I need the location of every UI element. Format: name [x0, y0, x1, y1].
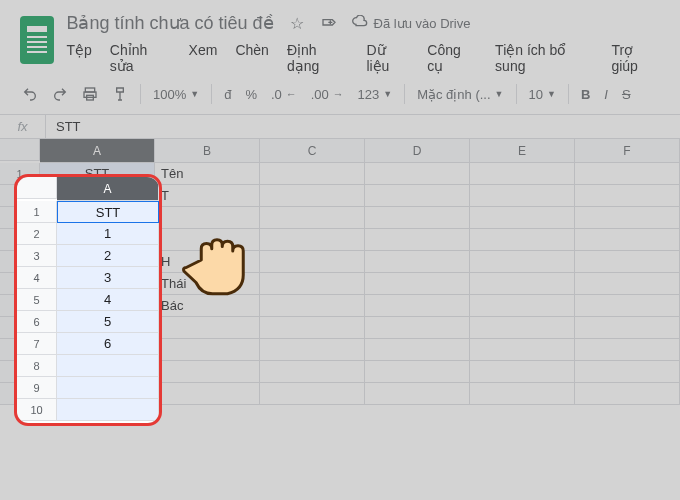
menu-format[interactable]: Định dạng: [287, 42, 349, 74]
row-header[interactable]: 5: [17, 289, 57, 311]
row-header[interactable]: 10: [17, 399, 57, 421]
bold-button[interactable]: B: [579, 85, 592, 104]
cell[interactable]: [365, 229, 470, 251]
cell[interactable]: [575, 185, 680, 207]
cell[interactable]: [260, 383, 365, 405]
cell[interactable]: [365, 163, 470, 185]
cell[interactable]: [57, 355, 159, 377]
cell[interactable]: [260, 361, 365, 383]
menu-addons[interactable]: Tiện ích bổ sung: [495, 42, 593, 74]
cell[interactable]: 2: [57, 245, 159, 267]
cell[interactable]: [155, 383, 260, 405]
row-header[interactable]: 9: [17, 377, 57, 399]
col-header-F[interactable]: F: [575, 139, 680, 163]
doc-title[interactable]: Bảng tính chưa có tiêu đề: [66, 12, 273, 34]
font-select[interactable]: Mặc định (...▼: [415, 85, 505, 104]
cell[interactable]: H: [155, 251, 260, 273]
menu-insert[interactable]: Chèn: [235, 42, 268, 74]
row-header[interactable]: 7: [17, 333, 57, 355]
cell[interactable]: [470, 361, 575, 383]
cell[interactable]: [470, 383, 575, 405]
font-size-select[interactable]: 10▼: [527, 85, 558, 104]
cell[interactable]: [470, 273, 575, 295]
row-header[interactable]: 2: [17, 223, 57, 245]
row-header[interactable]: 3: [17, 245, 57, 267]
cell[interactable]: [155, 207, 260, 229]
formula-input[interactable]: STT: [46, 115, 91, 138]
cell[interactable]: T: [155, 185, 260, 207]
cell[interactable]: [365, 317, 470, 339]
cell[interactable]: [260, 339, 365, 361]
cell[interactable]: [365, 361, 470, 383]
col-header-B[interactable]: B: [155, 139, 260, 163]
cell[interactable]: [260, 185, 365, 207]
move-icon[interactable]: [320, 14, 338, 32]
row-header[interactable]: 4: [17, 267, 57, 289]
cell[interactable]: 1: [57, 223, 159, 245]
cell[interactable]: [470, 251, 575, 273]
col-header-E[interactable]: E: [470, 139, 575, 163]
menu-tools[interactable]: Công cụ: [427, 42, 477, 74]
col-header-A[interactable]: A: [57, 177, 159, 201]
cell[interactable]: Thái: [155, 273, 260, 295]
cell[interactable]: [470, 185, 575, 207]
star-icon[interactable]: ☆: [288, 14, 306, 32]
cell[interactable]: [575, 229, 680, 251]
cell[interactable]: [365, 383, 470, 405]
paint-format-button[interactable]: [110, 84, 130, 104]
col-header-C[interactable]: C: [260, 139, 365, 163]
cell[interactable]: [575, 273, 680, 295]
cell[interactable]: [470, 207, 575, 229]
italic-button[interactable]: I: [602, 85, 610, 104]
cell[interactable]: [155, 229, 260, 251]
menu-edit[interactable]: Chỉnh sửa: [110, 42, 171, 74]
cell[interactable]: [575, 339, 680, 361]
cell[interactable]: Bác: [155, 295, 260, 317]
cell[interactable]: [365, 185, 470, 207]
redo-button[interactable]: [50, 84, 70, 104]
strike-button[interactable]: S: [620, 85, 633, 104]
cell[interactable]: [155, 361, 260, 383]
menu-view[interactable]: Xem: [189, 42, 218, 74]
number-format-select[interactable]: 123▼: [356, 85, 395, 104]
select-all-corner[interactable]: [0, 139, 40, 161]
cell[interactable]: [260, 295, 365, 317]
cell[interactable]: 6: [57, 333, 159, 355]
percent-button[interactable]: %: [243, 85, 259, 104]
cell[interactable]: [365, 273, 470, 295]
menu-file[interactable]: Tệp: [66, 42, 91, 74]
cell[interactable]: [260, 229, 365, 251]
menu-help[interactable]: Trợ giúp: [611, 42, 660, 74]
cell[interactable]: [575, 163, 680, 185]
menu-data[interactable]: Dữ liệu: [366, 42, 409, 74]
print-button[interactable]: [80, 84, 100, 104]
cell[interactable]: STT: [57, 201, 159, 223]
cell[interactable]: [57, 377, 159, 399]
cell[interactable]: [470, 229, 575, 251]
cell[interactable]: [470, 295, 575, 317]
undo-button[interactable]: [20, 84, 40, 104]
col-header-D[interactable]: D: [365, 139, 470, 163]
cell[interactable]: [260, 207, 365, 229]
col-header-A[interactable]: A: [40, 139, 155, 163]
cell[interactable]: 3: [57, 267, 159, 289]
cell[interactable]: [155, 339, 260, 361]
cell[interactable]: [470, 317, 575, 339]
cell[interactable]: [575, 317, 680, 339]
cell[interactable]: [365, 251, 470, 273]
row-header[interactable]: 6: [17, 311, 57, 333]
cell[interactable]: [470, 339, 575, 361]
cell[interactable]: [575, 361, 680, 383]
decrease-decimal-button[interactable]: .0←: [269, 85, 299, 104]
cell[interactable]: [365, 339, 470, 361]
cell[interactable]: [57, 399, 159, 421]
cell[interactable]: 4: [57, 289, 159, 311]
increase-decimal-button[interactable]: .00→: [309, 85, 346, 104]
cell[interactable]: [365, 295, 470, 317]
cell[interactable]: [260, 163, 365, 185]
cell[interactable]: [470, 163, 575, 185]
cell[interactable]: Tên: [155, 163, 260, 185]
cell[interactable]: [575, 295, 680, 317]
cell[interactable]: [260, 273, 365, 295]
cell[interactable]: [365, 207, 470, 229]
